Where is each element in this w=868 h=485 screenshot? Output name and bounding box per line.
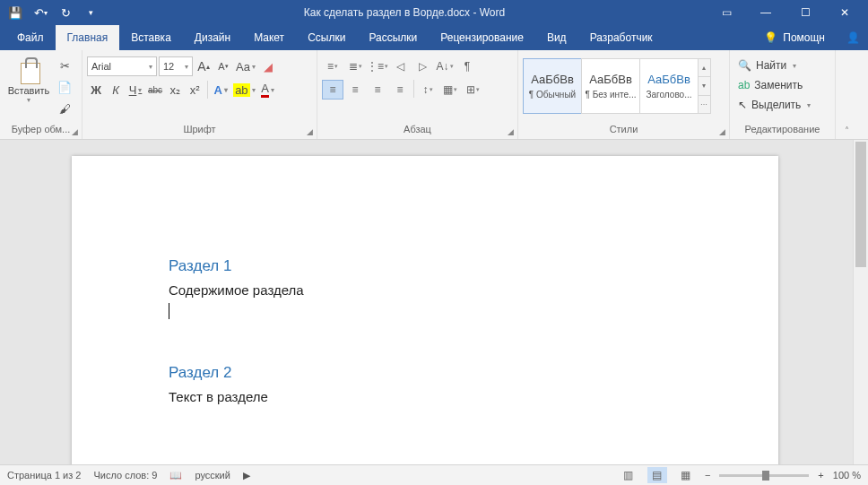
macro-icon[interactable]: ▶ <box>243 470 250 481</box>
tab-file[interactable]: Файл <box>5 25 56 50</box>
line-spacing-button[interactable]: ↕ <box>417 80 438 100</box>
bold-button[interactable]: Ж <box>87 80 105 100</box>
sort-button[interactable]: A↓ <box>434 56 456 76</box>
read-mode-button[interactable]: ▥ <box>619 467 638 483</box>
group-editing: 🔍Найти▾ abЗаменить ↖Выделить▾ Редактиров… <box>730 50 836 139</box>
tab-layout[interactable]: Макет <box>242 25 296 50</box>
group-clipboard: Вставить ▾ ✂ 📄 🖌 Буфер обм... ◢ <box>0 50 82 139</box>
window-title: Как сделать раздел в Ворде.docx - Word <box>102 6 707 19</box>
replace-icon: ab <box>738 79 750 91</box>
page-indicator[interactable]: Страница 1 из 2 <box>7 470 81 481</box>
increase-indent-button[interactable]: ▷ <box>412 56 433 76</box>
style-normal[interactable]: АаБбВв ¶ Обычный <box>523 58 582 114</box>
document-content[interactable]: Раздел 1 Содержимое раздела Раздел 2 Тек… <box>72 156 778 407</box>
borders-button[interactable]: ⊞ <box>462 80 483 100</box>
ribbon-options-button[interactable]: ▭ <box>707 0 746 25</box>
zoom-level[interactable]: 100 % <box>833 470 861 481</box>
cut-button[interactable]: ✂ <box>55 56 74 75</box>
subscript-button[interactable]: x₂ <box>166 80 184 100</box>
qat-customize[interactable]: ▾ <box>79 2 102 23</box>
change-case-button[interactable]: Aa <box>234 56 257 76</box>
collapse-ribbon-button[interactable]: ˄ <box>836 50 857 139</box>
vertical-scrollbar[interactable] <box>853 140 868 464</box>
web-layout-button[interactable]: ▦ <box>676 467 696 483</box>
select-button[interactable]: ↖Выделить▾ <box>734 95 814 115</box>
shrink-font-button[interactable]: A▾ <box>214 56 232 76</box>
close-button[interactable]: ✕ <box>825 0 864 25</box>
superscript-button[interactable]: x² <box>186 80 204 100</box>
scrollbar-thumb[interactable] <box>855 142 866 267</box>
clipboard-icon <box>15 56 42 82</box>
strikethrough-button[interactable]: abc <box>146 80 164 100</box>
zoom-in-button[interactable]: + <box>818 470 823 481</box>
shading-button[interactable]: ▦ <box>439 80 461 100</box>
paste-button[interactable]: Вставить ▾ <box>4 53 53 104</box>
language-indicator[interactable]: русский <box>195 470 230 481</box>
word-count[interactable]: Число слов: 9 <box>93 470 157 481</box>
document-area: Раздел 1 Содержимое раздела Раздел 2 Тек… <box>0 140 868 464</box>
underline-button[interactable]: Ч <box>126 80 144 100</box>
grow-font-button[interactable]: A▴ <box>195 56 213 76</box>
maximize-button[interactable]: ☐ <box>786 0 825 25</box>
format-painter-button[interactable]: 🖌 <box>55 99 74 118</box>
show-marks-button[interactable]: ¶ <box>456 56 478 76</box>
status-bar: Страница 1 из 2 Число слов: 9 📖 русский … <box>0 464 868 485</box>
highlight-button[interactable]: ab <box>231 80 256 100</box>
zoom-slider[interactable] <box>719 474 809 477</box>
ribbon: Вставить ▾ ✂ 📄 🖌 Буфер обм... ◢ Arial▾ 1… <box>0 50 868 140</box>
clear-formatting-button[interactable]: ◢ <box>259 56 277 76</box>
copy-button[interactable]: 📄 <box>55 77 74 97</box>
redo-button[interactable]: ↻ <box>54 2 77 23</box>
group-label: Шрифт <box>87 123 312 139</box>
group-label: Буфер обм... <box>4 123 77 139</box>
align-right-button[interactable]: ≡ <box>367 80 388 100</box>
tab-design[interactable]: Дизайн <box>183 25 242 50</box>
styles-gallery-nav[interactable]: ▴▾⋯ <box>698 58 711 114</box>
minimize-button[interactable]: — <box>746 0 786 25</box>
multilevel-button[interactable]: ⋮≡ <box>367 56 388 76</box>
dialog-launcher-icon[interactable]: ◢ <box>505 126 516 137</box>
share-button[interactable]: 👤 <box>838 25 868 50</box>
replace-button[interactable]: abЗаменить <box>734 75 806 95</box>
tab-mailings[interactable]: Рассылки <box>357 25 429 50</box>
tab-review[interactable]: Рецензирование <box>429 25 535 50</box>
style-heading1[interactable]: АаБбВв Заголово... <box>639 58 699 114</box>
align-center-button[interactable]: ≡ <box>344 80 366 100</box>
save-button[interactable]: 💾 <box>4 2 27 23</box>
zoom-out-button[interactable]: − <box>705 470 710 481</box>
find-button[interactable]: 🔍Найти▾ <box>734 56 800 75</box>
group-label: Стили <box>523 123 725 139</box>
style-no-spacing[interactable]: АаБбВв ¶ Без инте... <box>581 58 640 114</box>
font-color-button[interactable]: A <box>259 80 277 100</box>
window-controls: ▭ — ☐ ✕ <box>707 0 864 25</box>
tab-home[interactable]: Главная <box>56 25 120 50</box>
tab-view[interactable]: Вид <box>535 25 578 50</box>
dialog-launcher-icon[interactable]: ◢ <box>304 126 315 137</box>
slider-thumb[interactable] <box>762 471 769 481</box>
decrease-indent-button[interactable]: ◁ <box>389 56 411 76</box>
group-label: Абзац <box>322 123 513 139</box>
numbering-button[interactable]: ≣ <box>344 56 366 76</box>
lightbulb-icon: 💡 <box>764 31 777 44</box>
group-font: Arial▾ 12▾ A▴ A▾ Aa ◢ Ж К Ч abc x₂ x² A … <box>82 50 317 139</box>
print-layout-button[interactable]: ▤ <box>647 467 667 483</box>
tab-developer[interactable]: Разработчик <box>578 25 664 50</box>
dialog-launcher-icon[interactable]: ◢ <box>716 126 727 137</box>
quick-access-toolbar: 💾 ↶ ▾ ↻ ▾ <box>4 2 102 23</box>
tell-me-search[interactable]: 💡Помощн <box>751 25 838 50</box>
spellcheck-icon[interactable]: 📖 <box>169 470 182 481</box>
bullets-button[interactable]: ≡ <box>322 56 343 76</box>
dialog-launcher-icon[interactable]: ◢ <box>69 126 80 137</box>
font-name-select[interactable]: Arial▾ <box>87 56 157 76</box>
justify-button[interactable]: ≡ <box>389 80 411 100</box>
italic-button[interactable]: К <box>107 80 125 100</box>
align-left-button[interactable]: ≡ <box>322 80 343 100</box>
cursor-icon: ↖ <box>738 99 747 111</box>
tab-insert[interactable]: Вставка <box>119 25 183 50</box>
text-effects-button[interactable]: A <box>212 80 230 100</box>
heading-2: Раздел 2 <box>169 361 681 385</box>
page[interactable]: Раздел 1 Содержимое раздела Раздел 2 Тек… <box>72 156 778 464</box>
tab-references[interactable]: Ссылки <box>296 25 357 50</box>
font-size-select[interactable]: 12▾ <box>159 56 193 76</box>
undo-button[interactable]: ↶ ▾ <box>29 2 52 23</box>
